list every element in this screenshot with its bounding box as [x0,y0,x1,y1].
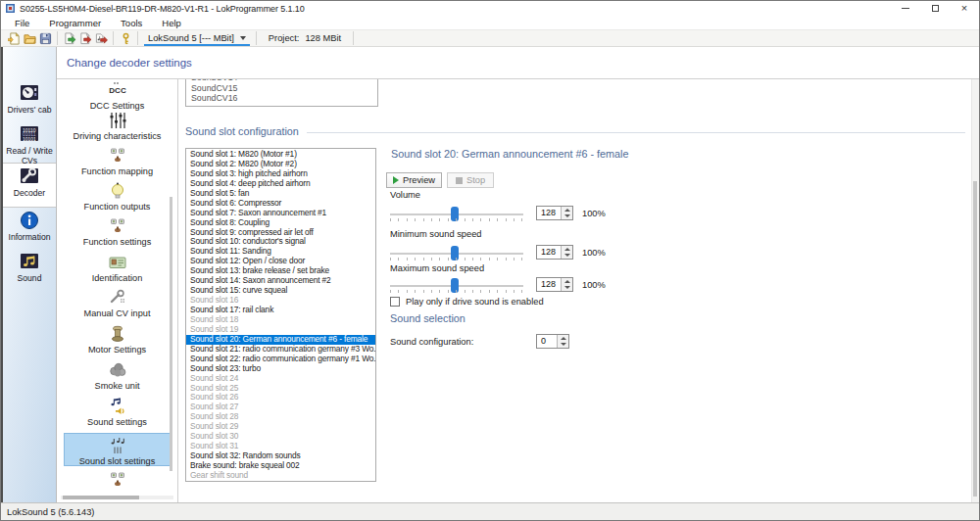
spinner-arrows[interactable] [561,278,572,291]
sound-slot-row[interactable]: Sound slot 5: fan [186,189,375,199]
nav-hscrollbar-thumb[interactable] [63,496,139,499]
min-speed-spinbox[interactable]: 128 [536,245,573,260]
sound-configuration-spinbox[interactable]: 0 [536,334,569,349]
device-selector-dropdown[interactable]: LokSound 5 [--- MBit] [142,30,252,46]
menu-bar: FileProgrammerToolsHelp [1,16,979,29]
toolbar-button[interactable] [118,30,133,46]
nav-scrollbar-thumb[interactable] [170,197,172,471]
sound-slot-row[interactable]: Gear shift sound [186,471,375,481]
min-speed-label: Minimum sound speed [390,229,482,239]
write-sound-icon [95,32,108,45]
sound-slot-row[interactable]: Sound slot 13: brake release / set brake [186,266,375,276]
volume-slider[interactable] [390,206,523,223]
menu-item[interactable]: File [5,18,39,28]
sound-slot-row[interactable]: Sound slot 28 [186,412,375,422]
drive-sound-checkbox[interactable] [390,297,400,307]
nav-item-motor-settings[interactable]: Motor Settings [57,324,177,355]
menu-item[interactable]: Tools [111,18,152,28]
nav-item-identification[interactable]: Identification [57,253,177,283]
sound-slot-row[interactable]: Sound slot 24 [186,374,375,384]
sound-slot-row[interactable]: Sound slot 27 [186,403,375,412]
sound-slot-row[interactable]: Sound slot 31 [186,442,375,451]
nav-item-smoke-unit[interactable]: Smoke unit [57,360,177,391]
sound-slot-row[interactable]: Sound slot 8: Coupling [186,218,375,228]
sound-slot-row[interactable]: Sound slot 2: M820 (Motor #2) [186,160,375,169]
main-sidebar: Drivers' cab Read / Write CVs Decoder In… [1,47,57,502]
sound-slot-row[interactable]: Sound slot 30 [186,432,375,442]
list-item[interactable]: SoundCV15 [186,83,377,94]
toolbar-button[interactable] [77,30,93,46]
preview-button[interactable]: Preview [386,172,442,188]
sound-slot-row[interactable]: Sound slot 16 [186,296,375,306]
toolbar: LokSound 5 [--- MBit] Project: 128 MBit [1,29,979,47]
maximize-button[interactable] [920,1,950,16]
lokprogrammer-window: S0255-LS5H0M4-Diesel-BR119-DR-M820-V1-R1… [0,0,980,521]
list-item[interactable]: SoundCV16 [186,93,377,104]
toolbar-button[interactable] [93,30,109,46]
spinner-arrows[interactable] [557,335,568,348]
nav-item-function-outputs[interactable]: Function outputs [57,181,177,212]
stop-button[interactable]: Stop [447,172,494,188]
close-button[interactable]: × [950,1,979,16]
sound-slot-row[interactable]: Sound slot 21: radio communication germa… [186,345,375,355]
toolbar-separator [256,31,257,45]
nav-item-partial[interactable] [57,470,177,491]
sound-slot-row[interactable]: Sound slot 9: compressed air let off [186,228,375,238]
volume-spinbox[interactable]: 128 [536,206,573,220]
spinner-arrows[interactable] [561,246,572,259]
sound-slot-row[interactable]: Sound slot 12: Open / close door [186,257,375,266]
nav-item-function-mapping[interactable]: Function mapping [57,146,177,176]
nav-item-driving-characteristics[interactable]: Driving characteristics [57,111,177,141]
sound-slot-row[interactable]: Sound slot 26 [186,393,375,403]
wrench-icon [19,166,40,187]
sound-slot-row[interactable]: Sound slot 7: Saxon announcement #1 [186,209,375,218]
toolbar-button[interactable] [6,30,22,46]
min-speed-slider[interactable] [390,245,523,262]
sound-slot-row[interactable]: Brake sound: brake squeal 002 [186,461,375,471]
toolbar-button[interactable] [37,30,53,46]
toolbar-button[interactable] [62,30,77,46]
max-speed-spinbox[interactable]: 128 [536,277,573,292]
content-scrollbar-thumb[interactable] [973,181,977,497]
menu-item[interactable]: Help [152,18,191,28]
sidebar-item-read-write-cvs[interactable]: Read / Write CVs [3,123,56,166]
sidebar-item-drivers-cab[interactable]: Drivers' cab [3,82,56,116]
sound-slot-row[interactable]: Sound slot 14: Saxon announcement #2 [186,276,375,286]
max-speed-slider[interactable] [390,277,523,295]
sound-slot-row[interactable]: Sound slot 19 [186,325,375,335]
minimize-button[interactable] [891,1,920,16]
sound-slot-row[interactable]: Sound slot 32: Random sounds [186,451,375,461]
sound-slot-row[interactable]: Sound slot 1: M820 (Motor #1) [186,150,375,160]
sound-slot-row[interactable]: Sound slot 4: deep pitched airhorn [186,179,375,189]
sidebar-item-information[interactable]: Information [3,210,56,243]
stop-icon [456,177,463,184]
content-scrollbar-track[interactable] [971,79,980,502]
sound-slot-row[interactable]: Sound slot 20: German announcement #6 - … [186,335,375,345]
manual-wrench-icon [108,288,127,308]
sidebar-item-sound[interactable]: Sound [3,251,56,284]
sound-slot-row[interactable]: Sound slot 29 [186,422,375,432]
sound-slot-row[interactable]: Sound slot 3: high pitched airhorn [186,169,375,179]
sound-slot-row[interactable]: Sound slot 11: Sanding [186,247,375,257]
sound-slot-row[interactable]: Sound slot 25 [186,384,375,394]
sidebar-item-decoder[interactable]: Decoder [3,166,56,199]
nav-item-sound-settings[interactable]: Sound settings [57,397,177,427]
nav-item-dcc-settings[interactable]: DCC Settings [57,80,177,111]
max-speed-label: Maximum sound speed [390,263,484,273]
sound-slot-row[interactable]: Sound slot 23: turbo [186,364,375,374]
volume-label: Volume [390,190,420,200]
slot-detail-title: Sound slot 20: German announcement #6 - … [391,148,628,160]
sound-slot-row[interactable]: Sound slot 22: radio communication germa… [186,355,375,364]
sound-slot-row[interactable]: Sound slot 15: curve squeal [186,286,375,296]
nav-item-function-settings[interactable]: Function settings [57,216,177,247]
sound-slot-row[interactable]: Sound slot 6: Compressor [186,199,375,209]
toolbar-button[interactable] [22,30,37,46]
open-folder-icon [24,32,36,45]
spinner-arrows[interactable] [561,207,572,219]
sound-slot-row[interactable]: Sound slot 17: rail clank [186,306,375,315]
menu-item[interactable]: Programmer [39,18,111,28]
nav-item-sound-slot-settings[interactable]: Sound slot settings [57,436,177,466]
sound-slot-row[interactable]: Sound slot 10: conductor's signal [186,237,375,247]
sound-slot-row[interactable]: Sound slot 18 [186,315,375,325]
nav-item-manual-cv-input[interactable]: Manual CV input [57,288,177,318]
